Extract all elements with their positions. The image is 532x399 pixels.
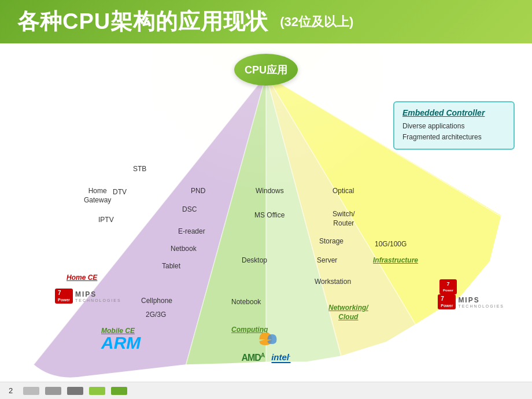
header-bar: 各种CPU架构的应用现状 (32位及以上) bbox=[0, 0, 532, 43]
label-ereader: E-reader bbox=[178, 227, 205, 237]
cpu-bubble: CPU应用 bbox=[234, 54, 298, 86]
dot-4 bbox=[89, 387, 105, 395]
label-home-gateway: HomeGateway bbox=[84, 187, 111, 205]
page-number: 2 bbox=[9, 386, 13, 395]
label-switch-router: Switch/Router bbox=[332, 210, 355, 228]
label-optical: Optical bbox=[332, 187, 354, 196]
dot-3 bbox=[67, 387, 83, 395]
label-dtv: DTV bbox=[113, 188, 127, 197]
label-notebook: Notebook bbox=[231, 298, 261, 307]
label-10g100g: 10G/100G bbox=[375, 240, 407, 249]
label-iptv: IPTV bbox=[98, 216, 114, 225]
dot-1 bbox=[23, 387, 39, 395]
embedded-line2: Fragmented architectures bbox=[402, 132, 505, 143]
page-title: 各种CPU架构的应用现状 bbox=[17, 7, 268, 36]
label-ms-office: MS Office bbox=[254, 211, 285, 220]
label-cellphone: Cellphone bbox=[141, 297, 172, 306]
mips-logo-left: 7Power MIPS TECHNOLOGIES bbox=[55, 289, 121, 304]
bottom-bar: 2 bbox=[0, 382, 532, 399]
label-desktop: Desktop bbox=[242, 256, 267, 265]
embedded-line1: Diverse applications bbox=[402, 121, 505, 132]
page-subtitle: (32位及以上) bbox=[280, 13, 353, 31]
arm-logo: ARM bbox=[101, 333, 141, 353]
label-server: Server bbox=[317, 256, 337, 265]
label-tablet: Tablet bbox=[162, 262, 180, 271]
label-2g3g: 2G/3G bbox=[146, 311, 166, 320]
label-stb: STB bbox=[133, 165, 146, 174]
embedded-title: Embedded Controller bbox=[402, 108, 505, 117]
label-netbook: Netbook bbox=[171, 245, 197, 254]
dot-2 bbox=[45, 387, 61, 395]
mips-logo-right: 7Power MIPS TECHNOLOGIES bbox=[438, 294, 504, 309]
label-home-ce: Home CE bbox=[66, 274, 97, 283]
label-windows: Windows bbox=[256, 187, 284, 196]
power-badge-infrastructure: 7Power bbox=[439, 279, 457, 294]
label-storage: Storage bbox=[319, 237, 343, 246]
embedded-controller-box: Embedded Controller Diverse applications… bbox=[393, 101, 515, 150]
amd-intel-logos: AMDA intel. bbox=[241, 330, 290, 363]
main-content: CPU应用 Embedded Controller Diverse applic… bbox=[0, 43, 532, 387]
cpu-label: CPU应用 bbox=[245, 63, 287, 77]
label-dsc: DSC bbox=[182, 205, 197, 215]
dot-5 bbox=[111, 387, 127, 395]
label-infrastructure: Infrastructure bbox=[373, 256, 418, 265]
label-workstation: Workstation bbox=[315, 278, 351, 287]
label-pnd: PND bbox=[191, 187, 205, 196]
label-networking-cloud: Networking/Cloud bbox=[328, 304, 368, 322]
